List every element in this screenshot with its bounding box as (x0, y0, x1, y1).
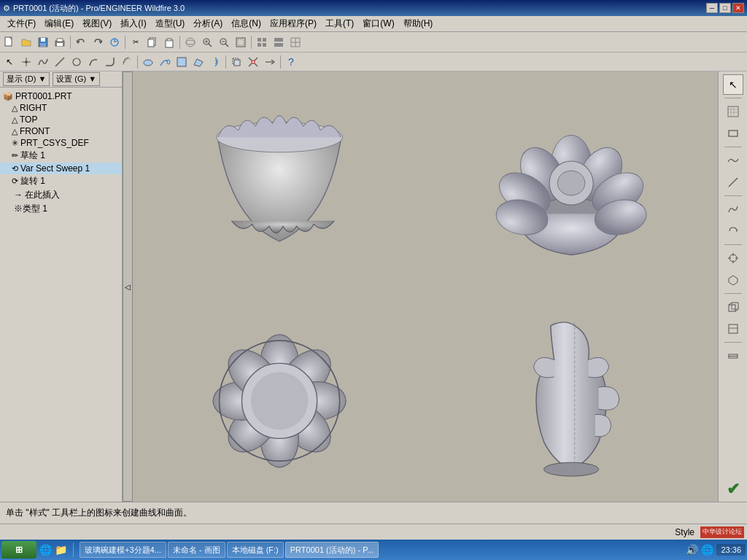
menu-item-W[interactable]: 窗口(W) (358, 16, 398, 31)
start-button[interactable]: ⊞ (1, 541, 36, 559)
svg-point-68 (543, 462, 598, 476)
view3-btn[interactable] (287, 34, 303, 50)
undo-btn[interactable] (73, 34, 89, 50)
menu-item-N[interactable]: 信息(N) (227, 16, 266, 31)
svg-rect-41 (234, 60, 240, 66)
tree-item-6[interactable]: ⟲Var Sect Sweep 1 (0, 163, 122, 174)
menu-item-T[interactable]: 工具(T) (321, 16, 358, 31)
panel-btn[interactable] (723, 319, 743, 339)
tree-item-0[interactable]: 📦PRT0001.PRT (0, 90, 122, 102)
menu-item-E[interactable]: 编辑(E) (40, 16, 78, 31)
settings-button[interactable]: 设置 (G) ▼ (53, 72, 100, 86)
select-tool[interactable]: ↖ (1, 54, 18, 70)
menu-item-F[interactable]: 文件(F) (3, 16, 40, 31)
folder-icon[interactable]: 📁 (55, 544, 67, 556)
refresh-btn[interactable] (107, 34, 123, 50)
titlebar-controls[interactable]: ─ □ ✕ (706, 3, 744, 13)
fill-tool[interactable] (174, 54, 190, 70)
rp-sep-1 (724, 98, 742, 98)
menu-item-P[interactable]: 应用程序(P) (266, 16, 321, 31)
copy-btn[interactable] (144, 34, 160, 50)
fillet-tool[interactable] (102, 54, 118, 70)
tree-item-2[interactable]: △TOP (0, 114, 122, 125)
tree-item-4[interactable]: ✳PRT_CSYS_DEF (0, 137, 122, 149)
arc-tool[interactable] (85, 54, 101, 70)
tray-icon-0[interactable]: 🔊 (686, 544, 698, 556)
tray-icon-1[interactable]: 🌐 (701, 544, 713, 556)
sweep-tool[interactable] (157, 54, 173, 70)
menu-item-V[interactable]: 视图(V) (78, 16, 116, 31)
star-btn[interactable] (723, 248, 743, 268)
new-btn[interactable] (1, 34, 18, 50)
ts-2 (137, 55, 138, 69)
trim-tool[interactable] (245, 54, 261, 70)
tree-label-5: 草绘 1 (20, 149, 45, 162)
curve-tool[interactable] (35, 54, 51, 70)
circle-tool[interactable] (69, 54, 85, 70)
cut-btn[interactable]: ✂ (128, 34, 144, 50)
menu-item-U[interactable]: 造型(U) (151, 16, 190, 31)
taskbar-task-2[interactable]: 本地磁盘 (F:) (227, 542, 284, 558)
cursor-tool-btn[interactable]: ↖ (723, 74, 743, 95)
view2-btn[interactable] (271, 34, 287, 50)
shape-br-svg (441, 298, 702, 490)
blend-tool[interactable] (190, 54, 206, 70)
taskbar-task-3[interactable]: PRT0001 (活动的) - P... (285, 542, 379, 558)
ie-icon[interactable]: 🌐 (39, 544, 52, 556)
toolbar-row-1: ✂ (0, 32, 747, 52)
mesh-btn[interactable] (723, 101, 743, 122)
viewport-tl[interactable] (134, 73, 425, 286)
slash-btn[interactable] (723, 172, 743, 192)
taskbar-items: 🌐 📁 (39, 542, 77, 557)
tree-item-8[interactable]: → 在此插入 (0, 188, 122, 202)
zoom-btn[interactable] (199, 34, 215, 50)
paste-btn[interactable] (161, 34, 177, 50)
viewport-tr[interactable] (426, 73, 716, 286)
svg-point-30 (25, 61, 28, 63)
left-panel-collapse[interactable]: ◁ (123, 71, 133, 502)
taskbar-task-1[interactable]: 未命名 - 画图 (168, 542, 225, 558)
svg-point-44 (252, 61, 255, 63)
viewport-br[interactable] (426, 287, 716, 500)
tree-item-5[interactable]: ✏草绘 1 (0, 149, 122, 163)
tree-item-3[interactable]: △FRONT (0, 125, 122, 137)
display-button[interactable]: 显示 (D) ▼ (3, 72, 50, 86)
tree-item-9[interactable]: ※类型 1 (0, 202, 122, 216)
minus-btn[interactable] (723, 346, 743, 366)
maximize-button[interactable]: □ (719, 3, 731, 13)
menu-item-H[interactable]: 帮助(H) (399, 16, 438, 31)
rotate3d-btn[interactable] (182, 34, 198, 50)
open-btn[interactable] (18, 34, 34, 50)
minimize-button[interactable]: ─ (706, 3, 718, 13)
fit-btn[interactable] (233, 34, 249, 50)
tree-item-1[interactable]: △RIGHT (0, 102, 122, 114)
tree-item-7[interactable]: ⟳旋转 1 (0, 174, 122, 188)
view1-btn[interactable] (254, 34, 270, 50)
viewport-bl[interactable] (134, 287, 425, 500)
poly-btn[interactable] (723, 270, 743, 290)
redo-btn[interactable] (90, 34, 106, 50)
print-btn[interactable] (52, 34, 68, 50)
extend-tool[interactable] (262, 54, 278, 70)
taskbar-tray: 🔊🌐23:36 (686, 544, 746, 556)
box3d-btn[interactable] (723, 297, 743, 317)
menu-item-A[interactable]: 分析(A) (189, 16, 227, 31)
save-btn[interactable] (35, 34, 51, 50)
help-tool[interactable]: ? (283, 54, 299, 70)
rect-btn[interactable] (723, 123, 743, 144)
revolve-tool[interactable] (207, 54, 223, 70)
line-tool[interactable] (52, 54, 68, 70)
surf-tool[interactable] (140, 54, 156, 70)
confirm-check-btn[interactable]: ✔ (727, 480, 740, 499)
offset-tool[interactable] (119, 54, 135, 70)
transform-tool[interactable] (228, 54, 244, 70)
point-tool[interactable] (18, 54, 34, 70)
svg-point-13 (186, 38, 195, 47)
menu-item-I[interactable]: 插入(I) (116, 16, 150, 31)
zoom-out-btn[interactable] (216, 34, 232, 50)
spline-btn[interactable] (723, 199, 743, 219)
wave-btn[interactable] (723, 150, 743, 171)
close-button[interactable]: ✕ (732, 3, 744, 13)
rotate-btn[interactable] (723, 221, 743, 241)
taskbar-task-0[interactable]: 玻璃碗建模+3分题4... (80, 542, 166, 558)
